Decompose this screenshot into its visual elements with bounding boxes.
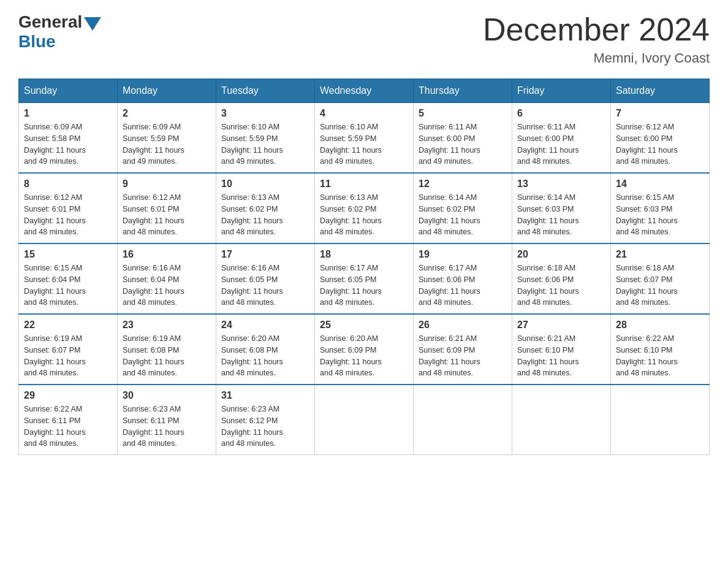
calendar-cell: 5Sunrise: 6:11 AMSunset: 6:00 PMDaylight… — [414, 103, 512, 174]
calendar-cell: 25Sunrise: 6:20 AMSunset: 6:09 PMDayligh… — [315, 314, 414, 385]
calendar-cell: 30Sunrise: 6:23 AMSunset: 6:11 PMDayligh… — [118, 385, 216, 455]
calendar-cell: 1Sunrise: 6:09 AMSunset: 5:58 PMDaylight… — [19, 103, 118, 174]
day-info: Sunrise: 6:10 AMSunset: 5:59 PMDaylight:… — [320, 121, 408, 167]
day-number: 9 — [123, 178, 211, 190]
calendar-week-row: 22Sunrise: 6:19 AMSunset: 6:07 PMDayligh… — [19, 314, 710, 385]
day-info: Sunrise: 6:22 AMSunset: 6:11 PMDaylight:… — [24, 404, 112, 450]
day-info: Sunrise: 6:17 AMSunset: 6:05 PMDaylight:… — [320, 262, 408, 308]
calendar-cell: 17Sunrise: 6:16 AMSunset: 6:05 PMDayligh… — [216, 243, 315, 314]
calendar-cell: 26Sunrise: 6:21 AMSunset: 6:09 PMDayligh… — [414, 314, 512, 385]
calendar-cell: 22Sunrise: 6:19 AMSunset: 6:07 PMDayligh… — [19, 314, 118, 385]
day-number: 14 — [616, 178, 704, 190]
day-info: Sunrise: 6:22 AMSunset: 6:10 PMDaylight:… — [616, 333, 704, 379]
calendar-cell: 21Sunrise: 6:18 AMSunset: 6:07 PMDayligh… — [611, 243, 710, 314]
page-header: General Blue December 2024 Memni, Ivory … — [18, 12, 710, 66]
day-number: 8 — [24, 178, 112, 190]
logo: General Blue — [18, 12, 103, 52]
day-number: 2 — [123, 108, 211, 119]
weekday-header-friday: Friday — [512, 79, 611, 103]
day-info: Sunrise: 6:12 AMSunset: 6:00 PMDaylight:… — [616, 121, 704, 167]
weekday-header-row: SundayMondayTuesdayWednesdayThursdayFrid… — [19, 79, 710, 103]
calendar-cell: 27Sunrise: 6:21 AMSunset: 6:10 PMDayligh… — [512, 314, 611, 385]
weekday-header-wednesday: Wednesday — [315, 79, 414, 103]
calendar-cell: 18Sunrise: 6:17 AMSunset: 6:05 PMDayligh… — [315, 243, 414, 314]
day-info: Sunrise: 6:14 AMSunset: 6:03 PMDaylight:… — [517, 192, 605, 238]
calendar-cell: 6Sunrise: 6:11 AMSunset: 6:00 PMDaylight… — [512, 103, 611, 174]
calendar-cell — [611, 385, 710, 455]
day-number: 18 — [320, 249, 408, 260]
calendar-cell: 20Sunrise: 6:18 AMSunset: 6:06 PMDayligh… — [512, 243, 611, 314]
weekday-header-thursday: Thursday — [414, 79, 512, 103]
day-info: Sunrise: 6:12 AMSunset: 6:01 PMDaylight:… — [24, 192, 112, 238]
day-number: 30 — [123, 390, 211, 401]
calendar-cell: 16Sunrise: 6:16 AMSunset: 6:04 PMDayligh… — [118, 243, 216, 314]
day-info: Sunrise: 6:21 AMSunset: 6:09 PMDaylight:… — [419, 333, 507, 379]
day-info: Sunrise: 6:18 AMSunset: 6:06 PMDaylight:… — [517, 262, 605, 308]
day-info: Sunrise: 6:12 AMSunset: 6:01 PMDaylight:… — [123, 192, 211, 238]
day-number: 27 — [517, 320, 605, 331]
calendar-cell — [315, 385, 414, 455]
day-info: Sunrise: 6:21 AMSunset: 6:10 PMDaylight:… — [517, 333, 605, 379]
day-number: 12 — [419, 178, 507, 190]
weekday-header-monday: Monday — [118, 79, 216, 103]
day-number: 17 — [221, 249, 309, 260]
calendar-week-row: 15Sunrise: 6:15 AMSunset: 6:04 PMDayligh… — [19, 243, 710, 314]
calendar-cell: 19Sunrise: 6:17 AMSunset: 6:06 PMDayligh… — [414, 243, 512, 314]
day-info: Sunrise: 6:20 AMSunset: 6:09 PMDaylight:… — [320, 333, 408, 379]
day-info: Sunrise: 6:20 AMSunset: 6:08 PMDaylight:… — [221, 333, 309, 379]
calendar-cell: 14Sunrise: 6:15 AMSunset: 6:03 PMDayligh… — [611, 173, 710, 243]
calendar-cell: 29Sunrise: 6:22 AMSunset: 6:11 PMDayligh… — [19, 385, 118, 455]
calendar-cell: 10Sunrise: 6:13 AMSunset: 6:02 PMDayligh… — [216, 173, 315, 243]
day-number: 20 — [517, 249, 605, 260]
day-info: Sunrise: 6:16 AMSunset: 6:05 PMDaylight:… — [221, 262, 309, 308]
calendar-cell: 28Sunrise: 6:22 AMSunset: 6:10 PMDayligh… — [611, 314, 710, 385]
calendar-cell: 13Sunrise: 6:14 AMSunset: 6:03 PMDayligh… — [512, 173, 611, 243]
calendar-cell: 15Sunrise: 6:15 AMSunset: 6:04 PMDayligh… — [19, 243, 118, 314]
day-info: Sunrise: 6:16 AMSunset: 6:04 PMDaylight:… — [123, 262, 211, 308]
calendar-cell: 9Sunrise: 6:12 AMSunset: 6:01 PMDaylight… — [118, 173, 216, 243]
title-block: December 2024 Memni, Ivory Coast — [483, 12, 710, 66]
day-number: 29 — [24, 390, 112, 401]
day-info: Sunrise: 6:19 AMSunset: 6:08 PMDaylight:… — [123, 333, 211, 379]
weekday-header-saturday: Saturday — [611, 79, 710, 103]
calendar-cell: 24Sunrise: 6:20 AMSunset: 6:08 PMDayligh… — [216, 314, 315, 385]
calendar-week-row: 8Sunrise: 6:12 AMSunset: 6:01 PMDaylight… — [19, 173, 710, 243]
calendar-cell: 3Sunrise: 6:10 AMSunset: 5:59 PMDaylight… — [216, 103, 315, 174]
day-info: Sunrise: 6:09 AMSunset: 5:59 PMDaylight:… — [123, 121, 211, 167]
calendar-week-row: 1Sunrise: 6:09 AMSunset: 5:58 PMDaylight… — [19, 103, 710, 174]
day-info: Sunrise: 6:23 AMSunset: 6:12 PMDaylight:… — [221, 404, 309, 450]
day-info: Sunrise: 6:19 AMSunset: 6:07 PMDaylight:… — [24, 333, 112, 379]
day-number: 6 — [517, 108, 605, 119]
day-number: 15 — [24, 249, 112, 260]
day-number: 11 — [320, 178, 408, 190]
location: Memni, Ivory Coast — [483, 50, 710, 66]
calendar-cell: 31Sunrise: 6:23 AMSunset: 6:12 PMDayligh… — [216, 385, 315, 455]
day-number: 1 — [24, 108, 112, 119]
day-info: Sunrise: 6:11 AMSunset: 6:00 PMDaylight:… — [517, 121, 605, 167]
day-info: Sunrise: 6:15 AMSunset: 6:04 PMDaylight:… — [24, 262, 112, 308]
calendar-cell: 23Sunrise: 6:19 AMSunset: 6:08 PMDayligh… — [118, 314, 216, 385]
logo-general-text: General — [18, 12, 82, 32]
day-number: 26 — [419, 320, 507, 331]
day-info: Sunrise: 6:15 AMSunset: 6:03 PMDaylight:… — [616, 192, 704, 238]
day-number: 22 — [24, 320, 112, 331]
day-number: 13 — [517, 178, 605, 190]
day-number: 23 — [123, 320, 211, 331]
day-info: Sunrise: 6:11 AMSunset: 6:00 PMDaylight:… — [419, 121, 507, 167]
day-info: Sunrise: 6:13 AMSunset: 6:02 PMDaylight:… — [221, 192, 309, 238]
day-number: 24 — [221, 320, 309, 331]
month-title: December 2024 — [483, 12, 710, 47]
day-number: 31 — [221, 390, 309, 401]
day-number: 4 — [320, 108, 408, 119]
day-info: Sunrise: 6:14 AMSunset: 6:02 PMDaylight:… — [419, 192, 507, 238]
calendar-cell: 12Sunrise: 6:14 AMSunset: 6:02 PMDayligh… — [414, 173, 512, 243]
day-info: Sunrise: 6:23 AMSunset: 6:11 PMDaylight:… — [123, 404, 211, 450]
day-number: 28 — [616, 320, 704, 331]
calendar-cell: 7Sunrise: 6:12 AMSunset: 6:00 PMDaylight… — [611, 103, 710, 174]
day-number: 7 — [616, 108, 704, 119]
calendar-table: SundayMondayTuesdayWednesdayThursdayFrid… — [18, 79, 710, 455]
calendar-cell: 4Sunrise: 6:10 AMSunset: 5:59 PMDaylight… — [315, 103, 414, 174]
day-number: 25 — [320, 320, 408, 331]
day-number: 21 — [616, 249, 704, 260]
logo-triangle-icon — [84, 17, 101, 31]
